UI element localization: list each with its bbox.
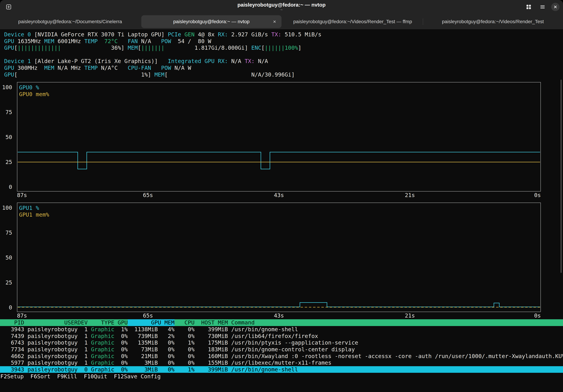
terminal-screen[interactable]: Device 0 [NVIDIA GeForce RTX 3070 Ti Lap… (0, 30, 563, 392)
tab-label: paisleyrobotguy@fedora:~/Videos/Render_T… (442, 19, 544, 24)
gpu1-utilization-chart: 1007550250 GPU1 %GPU1 mem% 87s65s43s21s0… (17, 203, 541, 318)
tab-overview-button[interactable] (524, 2, 534, 12)
device0-title-line: Device 0 [NVIDIA GeForce RTX 3070 Ti Lap… (4, 31, 563, 38)
col-header-cpu[interactable]: CPU (175, 319, 195, 326)
fkey-f12[interactable]: F12Save Config (114, 373, 161, 380)
new-tab-icon (6, 4, 12, 10)
gpu0-y-axis: 1007550250 (3, 87, 15, 187)
gpu1-plot (18, 208, 540, 307)
process-row[interactable]: 5977paisleyrobotguy1Graphic0%3MiB0%0%155… (0, 359, 563, 366)
tab-close-icon (272, 19, 277, 24)
gpu1-x-axis: 87s65s43s21s0s (17, 312, 541, 318)
col-header-host-mem[interactable]: HOST MEM (194, 319, 228, 326)
fkey-f9[interactable]: F9Kill (57, 373, 77, 380)
tab-close-button[interactable] (271, 18, 278, 25)
headerbar: paisleyrobotguy@fedora:~ — nvtop ~ (0, 0, 563, 14)
col-header-gpu[interactable]: GPU (115, 319, 128, 326)
tab-label: paisleyrobotguy@fedora:~ — nvtop (173, 19, 249, 24)
footer-bar: F2SetupF6SortF9KillF10QuitF12Save Config (0, 373, 563, 380)
fkey-f2[interactable]: F2Setup (0, 373, 24, 380)
tab-documents-cinelerra[interactable]: paisleyrobotguy@fedora:~/Documents/Cinel… (0, 14, 140, 29)
tab-render-test-ffmpeg[interactable]: paisleyrobotguy@fedora:~/Videos/Render_T… (282, 14, 423, 29)
menu-button[interactable] (537, 2, 548, 12)
new-tab-button[interactable] (3, 2, 14, 12)
gpu1-y-axis: 1007550250 (3, 208, 15, 307)
col-header-dev[interactable]: DEV (78, 319, 88, 326)
col-header-user[interactable]: USER (27, 319, 78, 326)
hamburger-menu-icon (539, 4, 546, 10)
device0-bars-line: GPU[||||||||||||| 36%] MEM[||||||| 1.817… (4, 45, 563, 51)
device1-bars-line: GPU[ 1%] MEM[ N/A/30.996Gi] (4, 71, 563, 78)
gpu0-utilization-chart: 1007550250 GPU0 %GPU0 mem% 87s65s43s21s0… (17, 82, 541, 198)
tab-label: paisleyrobotguy@fedora:~/Documents/Cinel… (18, 19, 122, 24)
col-header-type[interactable]: TYPE (88, 319, 115, 326)
tab-bar: paisleyrobotguy@fedora:~/Documents/Cinel… (0, 14, 563, 30)
tab-overview-icon (525, 4, 532, 10)
tab-render-test[interactable]: paisleyrobotguy@fedora:~/Videos/Render_T… (423, 14, 563, 29)
gpu1-legend: GPU1 %GPU1 mem% (19, 205, 49, 218)
headerbar-actions (524, 2, 560, 12)
window-title: paisleyrobotguy@fedora:~ — nvtop (237, 2, 326, 8)
col-header-command[interactable]: Command (231, 319, 563, 326)
process-table-header: PID USER DEV TYPE GPU GPU MEM CPU HOST M… (0, 319, 563, 326)
terminal-window: paisleyrobotguy@fedora:~ — nvtop ~ (0, 0, 563, 392)
process-row[interactable]: 3943paisleyrobotguy0Graphic0%3MiB0%1%399… (0, 366, 563, 373)
process-row[interactable]: 7439paisleyrobotguy1Graphic0%739MiB2%0%7… (0, 333, 563, 340)
blank-line (4, 51, 563, 58)
process-row[interactable]: 3943paisleyrobotguy1Graphic1%1138MiB4%0%… (0, 326, 563, 333)
process-row[interactable]: 7734paisleyrobotguy1Graphic0%73MiB0%0%18… (0, 346, 563, 353)
device0-info: Device 0 [NVIDIA GeForce RTX 3070 Ti Lap… (0, 31, 563, 51)
gpu0-plot (18, 87, 540, 187)
close-icon (553, 4, 558, 10)
gpu0-x-axis: 87s65s43s21s0s (17, 192, 541, 198)
gpu1-chart-box: 1007550250 GPU1 %GPU1 mem% (17, 203, 541, 312)
device1-clock-line: GPU 300MHz MEM N/A MHz TEMP N/A°C CPU-FA… (4, 65, 563, 71)
tab-label: paisleyrobotguy@fedora:~/Videos/Render_T… (293, 19, 412, 24)
device1-title-line: Device 1 [Alder Lake-P GT2 (Iris Xe Grap… (4, 58, 563, 65)
process-table-body: 3943paisleyrobotguy1Graphic1%1138MiB4%0%… (0, 326, 563, 373)
tab-nvtop[interactable]: paisleyrobotguy@fedora:~ — nvtop (141, 15, 282, 28)
col-header-pid[interactable]: PID (4, 319, 24, 326)
window-title-block: paisleyrobotguy@fedora:~ — nvtop ~ (237, 2, 326, 12)
window-subtitle: ~ (237, 8, 326, 12)
device1-info: Device 1 [Alder Lake-P GT2 (Iris Xe Grap… (0, 58, 563, 78)
process-row[interactable]: 6743paisleyrobotguy1Graphic0%135MiB0%1%1… (0, 339, 563, 346)
gpu0-legend: GPU0 %GPU0 mem% (19, 84, 49, 98)
fkey-f6[interactable]: F6Sort (30, 373, 51, 380)
col-header-gpu-mem[interactable]: GPU MEM (128, 319, 175, 326)
fkey-f10[interactable]: F10Quit (84, 373, 107, 380)
close-button[interactable] (551, 3, 560, 11)
gpu0-chart-box: 1007550250 GPU0 %GPU0 mem% (17, 82, 541, 192)
process-row[interactable]: 4662paisleyrobotguy1Graphic0%21MiB0%0%16… (0, 353, 563, 360)
device0-clock-line: GPU 1635MHz MEM 6001MHz TEMP 72°C FAN N/… (4, 38, 563, 45)
scrollbar[interactable] (561, 80, 562, 273)
